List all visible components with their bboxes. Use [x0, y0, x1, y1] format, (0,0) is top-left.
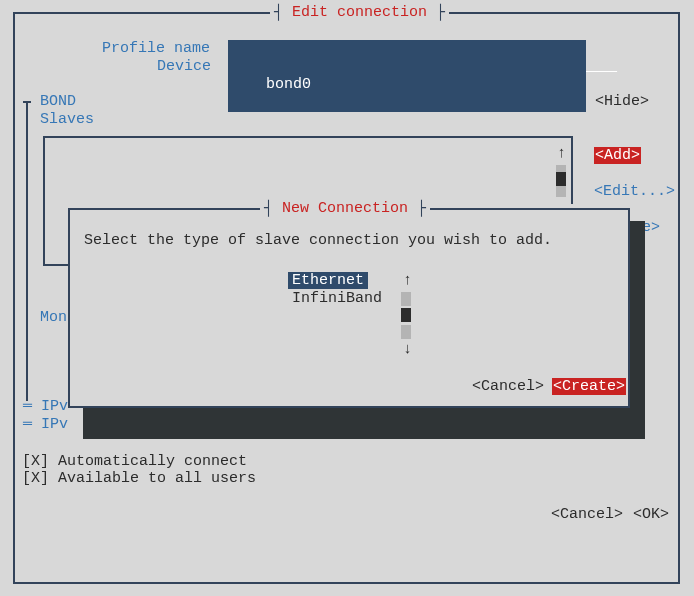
- ipv-row-1: ═ IPv: [23, 398, 68, 416]
- modal-scroll-down[interactable]: ↓: [403, 341, 412, 359]
- modal-scroll-up[interactable]: ↑: [403, 272, 412, 290]
- slaves-label: Slaves: [40, 111, 94, 129]
- ipv-row-2: ═ IPv: [23, 416, 68, 434]
- add-button[interactable]: <Add>: [594, 147, 641, 165]
- mon-fragment: Mon: [40, 309, 67, 327]
- device-input[interactable]: bond0: [228, 58, 586, 112]
- modal-scroll-track-2[interactable]: [401, 325, 411, 339]
- modal-title: New Connection: [282, 200, 408, 217]
- profile-name-row: Profile name: [102, 40, 210, 58]
- outer-cancel-button[interactable]: <Cancel>: [551, 506, 623, 524]
- modal-title-wrap: ┤ New Connection ├: [260, 200, 430, 218]
- edit-button[interactable]: <Edit...>: [594, 183, 675, 201]
- profile-name-label: Profile name: [102, 40, 210, 57]
- option-infiniband[interactable]: InfiniBand: [292, 290, 382, 308]
- option-ethernet[interactable]: Ethernet: [288, 272, 368, 290]
- auto-connect-checkbox[interactable]: [X] Automatically connect: [22, 453, 247, 471]
- new-connection-modal: ┤ New Connection ├ Select the type of sl…: [68, 208, 630, 408]
- device-label: Device: [157, 58, 211, 75]
- modal-scroll-track-1[interactable]: [401, 292, 411, 306]
- bond-heading: BOND: [40, 93, 76, 111]
- modal-scroll-thumb[interactable]: [401, 308, 411, 322]
- all-users-checkbox[interactable]: [X] Available to all users: [22, 470, 256, 488]
- modal-cancel-button[interactable]: <Cancel>: [472, 378, 544, 396]
- scroll-thumb[interactable]: [556, 172, 566, 186]
- modal-create-button[interactable]: <Create>: [552, 378, 626, 396]
- outer-ok-button[interactable]: <OK>: [633, 506, 669, 524]
- hide-button[interactable]: <Hide>: [595, 93, 649, 111]
- modal-prompt: Select the type of slave connection you …: [84, 232, 552, 250]
- device-label-row: Device: [157, 58, 211, 76]
- scroll-up-arrow[interactable]: ↑: [557, 145, 566, 163]
- window-title: Edit connection: [292, 4, 427, 21]
- window-title-wrap: ┤ Edit connection ├: [270, 4, 449, 22]
- device-value: bond0: [266, 76, 311, 93]
